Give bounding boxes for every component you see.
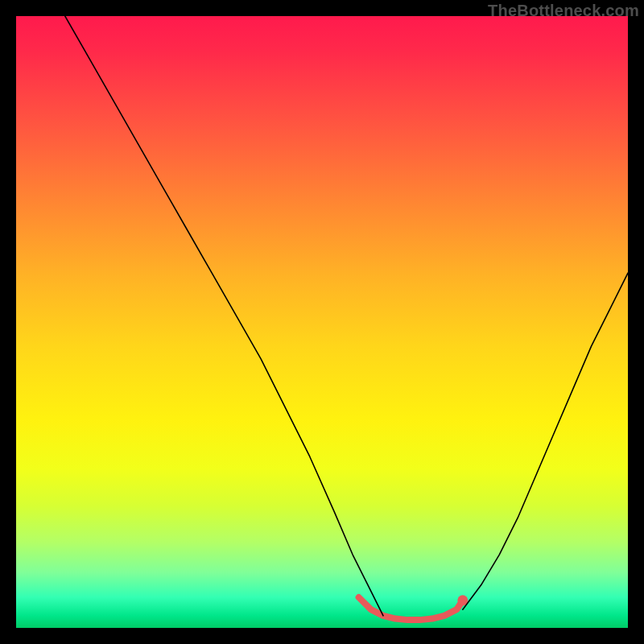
series-left-branch [65, 16, 383, 616]
chart-series-layer [65, 16, 628, 620]
chart-plot-area [16, 16, 628, 628]
watermark-text: TheBottleneck.com [488, 2, 639, 20]
chart-overlay [16, 16, 628, 628]
series-right-branch [463, 273, 628, 609]
series-valley-highlight [359, 597, 463, 620]
